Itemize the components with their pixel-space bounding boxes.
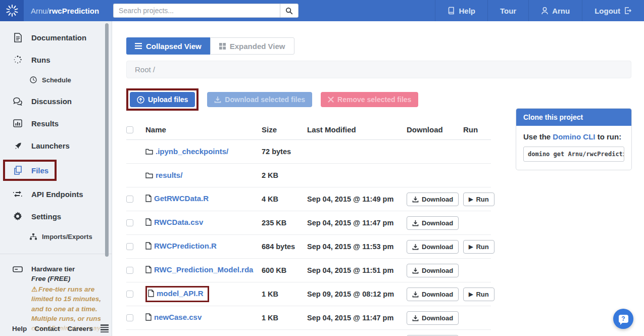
clone-command[interactable]: domino get Arnu/rwcPredicti (523, 147, 624, 162)
clone-instruction-prefix: Use the (523, 132, 553, 141)
domino-cli-link[interactable]: Domino CLI (553, 132, 595, 141)
footer-careers-link[interactable]: Careers (68, 325, 93, 332)
sidebar-item-documentation[interactable]: Documentation (0, 29, 112, 45)
download-button-label: Download (422, 314, 453, 322)
download-button[interactable]: Download (407, 287, 459, 301)
logout-nav-button[interactable]: Logout (582, 0, 644, 21)
download-button[interactable]: Download (407, 311, 459, 325)
remove-selected-button[interactable]: Remove selected files (321, 92, 418, 107)
domino-logo[interactable] (0, 0, 24, 21)
file-icon (145, 242, 152, 250)
file-icon (145, 313, 152, 321)
file-name-wrap: GetRWCData.R (145, 194, 209, 204)
file-icon (145, 218, 152, 226)
file-link[interactable]: .ipynb_checkpoints/ (145, 147, 228, 156)
tab-expanded-label: Expanded View (230, 42, 285, 51)
breadcrumb-root[interactable]: Root / (135, 65, 155, 74)
file-link[interactable]: RWCPrediction.R (145, 242, 217, 250)
warning-icon: ⚠ (31, 285, 37, 293)
sidebar-label: Settings (31, 212, 61, 221)
run-button[interactable]: ▶ Run (463, 240, 494, 254)
download-button[interactable]: Download (407, 193, 459, 206)
sidebar: Documentation Runs Schedule Discussion R… (0, 21, 112, 336)
hardware-tier-block: Hardware tier Free (FREE) ⚠Free-tier run… (0, 264, 112, 333)
file-icon (148, 290, 154, 297)
help-nav-button[interactable]: Help (435, 0, 487, 21)
sidebar-item-imports-exports[interactable]: Imports/Exports (0, 230, 112, 243)
logout-icon (624, 7, 632, 15)
file-modified: Sep 04, 2015 @ 11:51 pm (307, 266, 407, 274)
upload-files-label: Upload files (148, 95, 188, 104)
select-all-checkbox[interactable] (126, 126, 133, 133)
row-checkbox[interactable] (126, 196, 133, 203)
tour-nav-button[interactable]: Tour (487, 0, 528, 21)
run-button-label: Run (476, 243, 488, 251)
row-checkbox[interactable] (126, 314, 133, 321)
file-link[interactable]: RWCData.csv (145, 218, 203, 226)
footer-menu-icon[interactable] (101, 324, 109, 332)
help-chat-button[interactable]: ? (613, 309, 633, 329)
table-row: RWC_Prediction_Model.rda 600 KB Sep 04, … (126, 259, 491, 282)
tab-collapsed-view[interactable]: Collapsed View (126, 37, 210, 55)
sidebar-item-launchers[interactable]: Launchers (0, 137, 112, 154)
download-button[interactable]: Download (407, 240, 459, 254)
download-button[interactable]: Download (407, 216, 459, 230)
file-actions: Upload files Download selected files Rem… (126, 88, 644, 111)
file-link[interactable]: model_API.R (148, 289, 204, 298)
search-input[interactable] (113, 4, 280, 18)
run-button[interactable]: ▶ Run (463, 287, 494, 301)
file-link[interactable]: results/ (145, 171, 182, 179)
file-link[interactable]: RWC_Prediction_Model.rda (145, 265, 253, 274)
run-button-label: Run (476, 196, 488, 203)
upload-files-button[interactable]: Upload files (130, 92, 195, 107)
sidebar-label: Runs (31, 56, 51, 64)
row-checkbox[interactable] (126, 291, 133, 298)
files-icon (11, 166, 24, 175)
file-size: 72 bytes (262, 148, 307, 156)
sidebar-item-api-endpoints[interactable]: API Endpoints (0, 186, 112, 202)
help-book-icon (448, 7, 455, 15)
sidebar-label: Results (31, 119, 59, 128)
sidebar-item-files[interactable]: Files (5, 162, 55, 178)
download-icon (412, 220, 419, 226)
help-nav-label: Help (459, 7, 475, 15)
row-checkbox[interactable] (126, 243, 133, 250)
tab-expanded-view[interactable]: Expanded View (210, 37, 294, 55)
file-size: 4 KB (262, 195, 307, 203)
sidebar-item-results[interactable]: Results (0, 115, 112, 131)
api-arrows-icon (11, 190, 24, 198)
sidebar-item-schedule[interactable]: Schedule (0, 74, 112, 86)
file-name-label: results/ (156, 171, 182, 179)
footer-contact-link[interactable]: Contact (34, 325, 60, 332)
list-view-icon (135, 43, 142, 49)
project-breadcrumb[interactable]: Arnu/rwcPrediction (31, 7, 99, 15)
download-button[interactable]: Download (407, 264, 459, 277)
sidebar-label: Schedule (42, 76, 71, 84)
sidebar-item-discussion[interactable]: Discussion (0, 93, 112, 109)
row-checkbox[interactable] (126, 219, 133, 226)
file-link[interactable]: newCase.csv (145, 313, 202, 321)
table-row: RWCPrediction.R 684 bytes Sep 04, 2015 @… (126, 235, 491, 259)
user-nav-label: Arnu (552, 7, 570, 15)
top-navbar: Arnu/rwcPrediction Help Tour Arnu Logout (0, 0, 644, 21)
user-nav-button[interactable]: Arnu (528, 0, 582, 21)
file-name-wrap: .ipynb_checkpoints/ (145, 147, 228, 157)
run-button[interactable]: ▶ Run (463, 193, 494, 206)
search-button[interactable] (280, 4, 299, 18)
download-selected-button[interactable]: Download selected files (207, 92, 312, 107)
sidebar-item-settings[interactable]: Settings (0, 208, 112, 224)
sidebar-label: API Endpoints (31, 190, 83, 199)
user-icon (541, 7, 549, 15)
sidebar-item-runs[interactable]: Runs (0, 52, 112, 68)
table-row: RWCData.csv 235 KB Sep 04, 2015 @ 11:47 … (126, 211, 491, 235)
hardware-tier-value: Free (FREE) (31, 274, 107, 283)
footer-help-link[interactable]: Help (12, 325, 27, 332)
file-name-wrap: RWCData.csv (145, 218, 203, 228)
clock-icon (29, 76, 38, 83)
row-checkbox[interactable] (126, 267, 133, 274)
file-modified: Sep 04, 2015 @ 11:53 pm (307, 243, 407, 251)
gear-icon (11, 212, 24, 221)
file-name-label: newCase.csv (154, 313, 202, 321)
file-link[interactable]: GetRWCData.R (145, 194, 209, 203)
sidebar-scrollbar[interactable] (105, 23, 109, 257)
